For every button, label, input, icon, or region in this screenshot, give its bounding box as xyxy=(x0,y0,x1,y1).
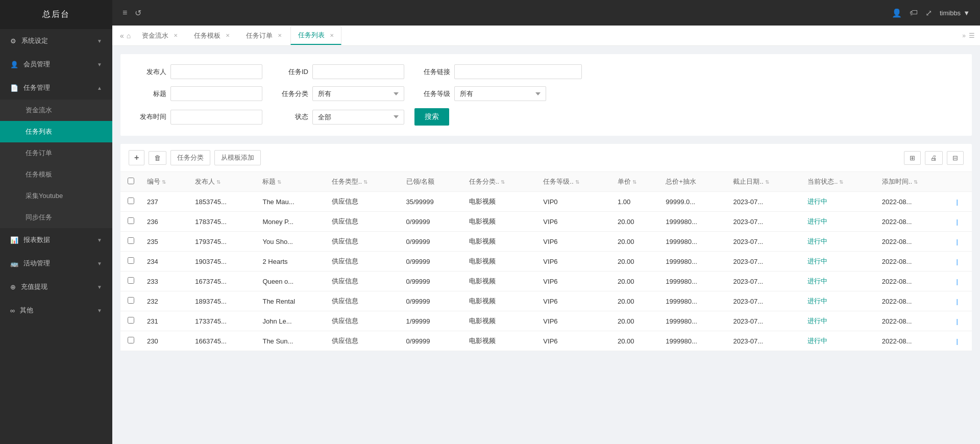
action-link[interactable]: | xyxy=(957,218,958,226)
row-checkbox[interactable] xyxy=(128,217,134,224)
sidebar-title: 总后台 xyxy=(0,0,112,29)
topbar-left: ≡ ↺ xyxy=(122,8,141,18)
row-status: 进行中 xyxy=(801,192,876,212)
refresh-icon[interactable]: ↺ xyxy=(135,8,141,18)
select-all-checkbox[interactable] xyxy=(128,178,134,184)
grid-view-button[interactable]: ⊞ xyxy=(904,151,921,165)
sidebar-item-system[interactable]: ⚙ 系统设定 ▼ xyxy=(0,29,112,53)
row-publisher: 1793745... xyxy=(189,232,256,252)
row-checkbox[interactable] xyxy=(128,317,134,324)
action-link[interactable]: | xyxy=(957,298,958,305)
row-title: You Sho... xyxy=(256,232,325,252)
th-id[interactable]: 编号⇅ xyxy=(141,172,189,192)
action-link[interactable]: | xyxy=(957,258,958,265)
tab-tasklist[interactable]: 任务列表 ✕ xyxy=(290,26,341,45)
tabbar: « ⌂ 资金流水 ✕ 任务模板 ✕ 任务订单 ✕ 任务列表 ✕ » ☰ xyxy=(112,26,980,46)
th-addtime[interactable]: 添加时间..⇅ xyxy=(876,172,950,192)
category-button[interactable]: 任务分类 xyxy=(170,150,210,165)
status-select[interactable]: 全部 xyxy=(312,110,404,125)
tab-more[interactable]: » xyxy=(962,32,966,39)
th-publisher[interactable]: 发布人⇅ xyxy=(189,172,256,192)
fullscreen-icon[interactable]: ⤢ xyxy=(925,8,932,18)
tab-order-close[interactable]: ✕ xyxy=(278,33,282,38)
sidebar-sub-tasklist[interactable]: 任务列表 xyxy=(0,121,112,142)
sidebar-item-task[interactable]: 📄 任务管理 ▲ xyxy=(0,76,112,100)
sidebar-submenu-task: 资金流水 任务列表 任务订单 任务模板 采集Youtube 同步任务 xyxy=(0,100,112,228)
sort-icon-type: ⇅ xyxy=(363,179,368,185)
th-category[interactable]: 任务分类..⇅ xyxy=(463,172,537,192)
level-select[interactable]: 所有 xyxy=(454,86,546,101)
row-checkbox[interactable] xyxy=(128,297,134,304)
avatar-icon[interactable]: 👤 xyxy=(892,8,902,18)
th-price[interactable]: 单价⇅ xyxy=(611,172,659,192)
print-button[interactable]: 🖨 xyxy=(925,151,943,165)
filter-group-level: 任务等级 所有 xyxy=(414,86,546,101)
sidebar-item-activity[interactable]: 🚌 活动管理 ▼ xyxy=(0,252,112,275)
row-checkbox[interactable] xyxy=(128,277,134,284)
category-select[interactable]: 所有 xyxy=(312,86,404,101)
row-checkbox[interactable] xyxy=(128,337,134,343)
delete-button[interactable]: 🗑 xyxy=(149,151,166,165)
action-link[interactable]: | xyxy=(957,278,958,285)
sort-icon-id: ⇅ xyxy=(162,179,166,185)
sidebar-sub-taskorder[interactable]: 任务订单 xyxy=(0,142,112,164)
row-addtime: 2022-08... xyxy=(876,232,950,252)
sidebar-sub-sync[interactable]: 同步任务 xyxy=(0,207,112,228)
row-action: | xyxy=(950,311,972,331)
row-title: 2 Hearts xyxy=(256,252,325,272)
th-id-label: 编号 xyxy=(147,178,160,185)
export-button[interactable]: ⊟ xyxy=(947,151,964,165)
publishtime-input[interactable] xyxy=(170,110,262,125)
template-add-button[interactable]: 从模板添加 xyxy=(214,150,261,165)
tab-capital[interactable]: 资金流水 ✕ xyxy=(134,27,185,45)
row-checkbox[interactable] xyxy=(128,257,134,264)
sidebar: 总后台 ⚙ 系统设定 ▼ 👤 会员管理 ▼ 📄 任务管理 ▲ 资金流水 任务列表… xyxy=(0,0,112,444)
tab-template[interactable]: 任务模板 ✕ xyxy=(186,27,237,45)
main-area: ≡ ↺ 👤 🏷 ⤢ timibbs ▼ « ⌂ 资金流水 ✕ 任务模板 ✕ 任务… xyxy=(112,0,980,444)
action-link[interactable]: | xyxy=(957,198,958,206)
add-button[interactable]: + xyxy=(129,150,144,165)
tag-icon[interactable]: 🏷 xyxy=(910,8,918,17)
row-type: 供应信息 xyxy=(326,272,400,291)
tab-template-close[interactable]: ✕ xyxy=(226,33,230,38)
title-input[interactable] xyxy=(170,86,262,101)
th-level[interactable]: 任务等级..⇅ xyxy=(537,172,611,192)
search-button[interactable]: 搜索 xyxy=(414,108,449,126)
user-menu[interactable]: timibbs ▼ xyxy=(940,9,970,17)
tab-capital-close[interactable]: ✕ xyxy=(174,33,178,38)
row-id: 236 xyxy=(141,212,189,232)
row-category: 电影视频 xyxy=(463,252,537,272)
sidebar-sub-youtube[interactable]: 采集Youtube xyxy=(0,185,112,207)
action-link[interactable]: | xyxy=(957,238,958,245)
sidebar-item-member[interactable]: 👤 会员管理 ▼ xyxy=(0,53,112,76)
publisher-input[interactable] xyxy=(170,64,262,79)
tab-tasklist-close[interactable]: ✕ xyxy=(330,33,334,38)
filter-row-2: 标题 任务分类 所有 任务等级 所有 xyxy=(131,86,962,101)
row-addtime: 2022-08... xyxy=(876,291,950,311)
row-checkbox[interactable] xyxy=(128,237,134,244)
sidebar-item-recharge[interactable]: ⊕ 充值提现 ▼ xyxy=(0,275,112,299)
row-id: 235 xyxy=(141,232,189,252)
th-type[interactable]: 任务类型..⇅ xyxy=(326,172,400,192)
sidebar-item-other[interactable]: ∞ 其他 ▼ xyxy=(0,299,112,322)
tab-template-label: 任务模板 xyxy=(194,31,220,40)
th-title[interactable]: 标题⇅ xyxy=(256,172,325,192)
tasklink-input[interactable] xyxy=(454,64,582,79)
row-level: VIP6 xyxy=(537,331,611,351)
row-checkbox[interactable] xyxy=(128,198,134,204)
tab-order[interactable]: 任务订单 ✕ xyxy=(238,27,289,45)
sidebar-item-report[interactable]: 📊 报表数据 ▼ xyxy=(0,228,112,252)
sidebar-sub-capital[interactable]: 资金流水 xyxy=(0,100,112,121)
row-price: 20.00 xyxy=(611,232,659,252)
sidebar-sub-tasktemplate[interactable]: 任务模板 xyxy=(0,164,112,185)
taskid-input[interactable] xyxy=(312,64,404,79)
th-status[interactable]: 当前状态..⇅ xyxy=(801,172,876,192)
action-link[interactable]: | xyxy=(957,337,958,345)
menu-icon[interactable]: ≡ xyxy=(122,8,127,17)
tab-nav-left[interactable]: « ⌂ xyxy=(117,32,133,40)
row-category: 电影视频 xyxy=(463,192,537,212)
th-deadline[interactable]: 截止日期..⇅ xyxy=(727,172,801,192)
row-addtime: 2022-08... xyxy=(876,212,950,232)
tab-overflow-icon[interactable]: ☰ xyxy=(969,32,975,39)
action-link[interactable]: | xyxy=(957,317,958,325)
